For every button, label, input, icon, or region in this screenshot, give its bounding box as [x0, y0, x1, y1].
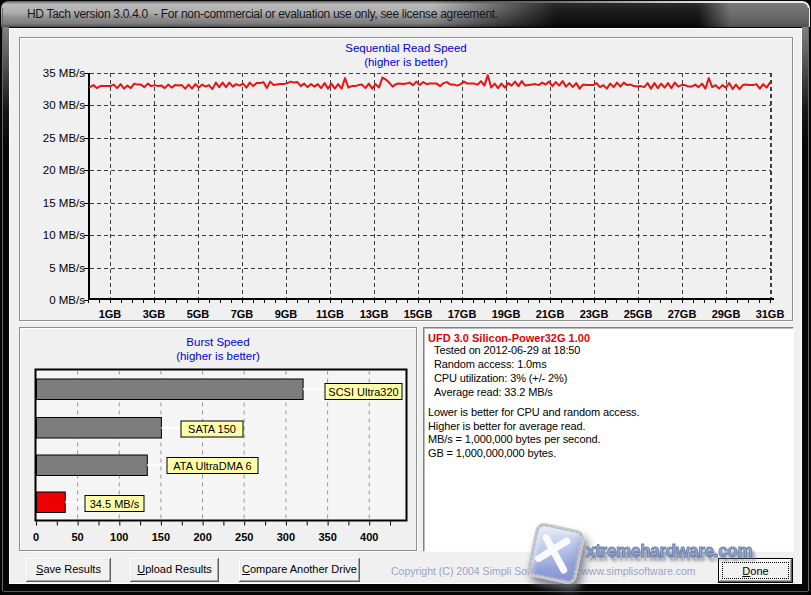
svg-text:15GB: 15GB	[404, 308, 433, 320]
svg-text:19GB: 19GB	[492, 308, 521, 320]
svg-text:5 MB/s: 5 MB/s	[49, 262, 85, 274]
svg-text:400: 400	[360, 531, 378, 543]
svg-text:23GB: 23GB	[580, 308, 609, 320]
svg-text:35 MB/s: 35 MB/s	[43, 67, 85, 79]
svg-text:350: 350	[318, 531, 336, 543]
svg-text:150: 150	[152, 531, 170, 543]
svg-text:200: 200	[193, 531, 211, 543]
svg-text:10 MB/s: 10 MB/s	[43, 229, 85, 241]
svg-text:1GB: 1GB	[99, 308, 122, 320]
svg-text:20 MB/s: 20 MB/s	[43, 164, 85, 176]
svg-text:300: 300	[277, 531, 295, 543]
svg-text:15 MB/s: 15 MB/s	[43, 197, 85, 209]
svg-text:100: 100	[110, 531, 128, 543]
svg-text:SCSI Ultra320: SCSI Ultra320	[328, 386, 398, 398]
svg-text:250: 250	[235, 531, 253, 543]
svg-text:ATA UltraDMA 6: ATA UltraDMA 6	[173, 460, 251, 472]
svg-text:0: 0	[33, 531, 39, 543]
svg-text:30 MB/s: 30 MB/s	[43, 99, 85, 111]
svg-text:25GB: 25GB	[624, 308, 653, 320]
svg-text:9GB: 9GB	[275, 308, 298, 320]
svg-text:34.5 MB/s: 34.5 MB/s	[90, 498, 140, 510]
svg-text:29GB: 29GB	[712, 308, 741, 320]
svg-text:17GB: 17GB	[448, 308, 477, 320]
svg-text:13GB: 13GB	[360, 308, 389, 320]
svg-text:SATA 150: SATA 150	[188, 423, 236, 435]
svg-text:11GB: 11GB	[316, 308, 344, 320]
svg-text:3GB: 3GB	[143, 308, 166, 320]
svg-text:21GB: 21GB	[536, 308, 565, 320]
svg-text:50: 50	[71, 531, 83, 543]
svg-text:7GB: 7GB	[231, 308, 254, 320]
svg-text:27GB: 27GB	[668, 308, 697, 320]
svg-text:25 MB/s: 25 MB/s	[43, 132, 85, 144]
svg-text:5GB: 5GB	[187, 308, 210, 320]
svg-text:0 MB/s: 0 MB/s	[49, 294, 85, 306]
svg-text:31GB: 31GB	[756, 308, 785, 320]
